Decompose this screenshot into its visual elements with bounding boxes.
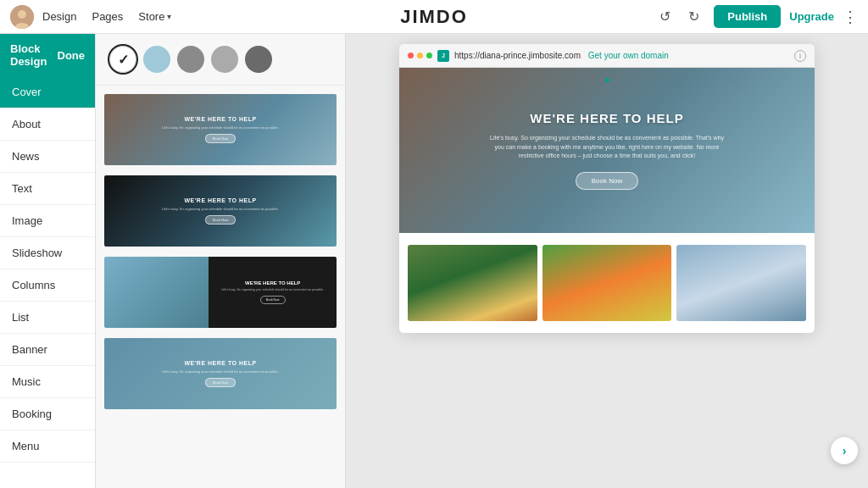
template2-button: Book Now <box>205 215 236 225</box>
template1-title: WE'RE HERE TO HELP <box>184 116 256 122</box>
template1-button: Book Now <box>205 134 236 143</box>
template-card-3[interactable]: WE'RE HERE TO HELP Life's busy. So organ… <box>103 255 338 330</box>
hero-content: WE'RE HERE TO HELP Life's busy. So organ… <box>488 111 726 190</box>
svg-point-1 <box>18 10 26 19</box>
undo-button[interactable]: ↺ <box>653 5 676 29</box>
photo-office <box>676 245 806 321</box>
hero-book-button[interactable]: Book Now <box>576 172 638 190</box>
main-area: Block Design Done Cover About News Text … <box>0 34 868 488</box>
sidebar-item-music[interactable]: Music <box>0 366 95 398</box>
avatar[interactable] <box>10 5 34 29</box>
hero-subtitle: Life's busy. So organizing your schedule… <box>488 134 726 161</box>
template-card-1[interactable]: WE'RE HERE TO HELP Life's busy. So organ… <box>103 92 338 167</box>
sidebar-item-banner[interactable]: Banner <box>0 334 95 366</box>
pages-nav-link[interactable]: Pages <box>92 10 123 23</box>
photo-garden <box>408 245 537 321</box>
template3-title: WE'RE HERE TO HELP <box>245 280 300 286</box>
preview-hero: WE'RE HERE TO HELP Life's busy. So organ… <box>399 68 815 233</box>
sidebar-item-columns[interactable]: Columns <box>0 269 95 302</box>
sidebar-item-cover[interactable]: Cover <box>0 76 95 108</box>
checkmark-icon: ✓ <box>118 52 129 68</box>
sidebar-item-news[interactable]: News <box>0 141 95 173</box>
chevron-down-icon: ▾ <box>167 12 171 21</box>
swatch-white[interactable]: ✓ <box>109 46 136 73</box>
sidebar-item-slideshow[interactable]: Slideshow <box>0 237 95 269</box>
nav-links: Design Pages Store ▾ <box>42 10 171 23</box>
right-preview: J https://diana-prince.jimbosite.com Get… <box>346 34 868 488</box>
block-design-header: Block Design Done <box>0 34 95 76</box>
upgrade-button[interactable]: Upgrade <box>789 10 834 23</box>
sidebar-item-text[interactable]: Text <box>0 173 95 205</box>
redo-button[interactable]: ↻ <box>682 5 705 29</box>
sidebar-item-list[interactable]: List <box>0 302 95 334</box>
sidebar-item-about[interactable]: About <box>0 108 95 141</box>
swatch-dark-gray[interactable] <box>245 46 272 73</box>
publish-button[interactable]: Publish <box>714 5 781 28</box>
browser-dot-green <box>426 53 432 58</box>
store-nav-link[interactable]: Store ▾ <box>138 10 171 23</box>
more-options-icon[interactable]: ⋮ <box>843 8 858 26</box>
app-logo: JIMDO <box>400 6 468 28</box>
template-card-2[interactable]: WE'RE HERE TO HELP Life's busy. So organ… <box>103 174 338 248</box>
template4-text: Life's busy. So organizing your schedule… <box>127 369 313 374</box>
sidebar-item-booking[interactable]: Booking <box>0 398 95 430</box>
browser-favicon: J <box>437 50 449 62</box>
sidebar-item-menu[interactable]: Menu <box>0 430 95 463</box>
browser-dot-red <box>408 53 414 58</box>
template2-title: WE'RE HERE TO HELP <box>184 197 256 203</box>
browser-url: https://diana-prince.jimbosite.com Get y… <box>454 51 789 60</box>
get-domain-link[interactable]: Get your own domain <box>588 51 669 60</box>
browser-window: J https://diana-prince.jimbosite.com Get… <box>399 44 815 333</box>
favicon-letter: J <box>442 53 445 58</box>
hero-title: WE'RE HERE TO HELP <box>488 111 726 125</box>
browser-dots <box>408 53 432 58</box>
undo-redo-group: ↺ ↻ <box>653 5 705 29</box>
template-card-4[interactable]: WE'RE HERE TO HELP Life's busy. So organ… <box>103 336 338 411</box>
nav-dot <box>605 78 609 82</box>
color-swatches: ✓ <box>96 34 345 86</box>
top-navigation: Design Pages Store ▾ JIMDO ↺ ↻ Publish U… <box>0 0 868 34</box>
browser-domain: https://diana-prince.jimbosite.com <box>454 51 581 60</box>
middle-panel: ✓ WE'RE HERE TO HELP Life's busy. So org… <box>96 34 346 488</box>
swatch-gray[interactable] <box>211 46 238 73</box>
preview-next-arrow[interactable]: › <box>831 437 858 464</box>
sidebar-item-image[interactable]: Image <box>0 205 95 237</box>
photo-tropical <box>542 245 672 321</box>
done-button[interactable]: Done <box>58 49 86 62</box>
design-nav-link[interactable]: Design <box>42 10 76 23</box>
left-sidebar: Block Design Done Cover About News Text … <box>0 34 96 488</box>
block-design-title: Block Design <box>10 42 58 68</box>
browser-dot-yellow <box>417 53 423 58</box>
nav-items-list: Cover About News Text Image Slideshow Co… <box>0 76 95 488</box>
nav-right-actions: ↺ ↻ Publish Upgrade ⋮ <box>653 5 858 29</box>
template1-text: Life's busy. So organizing your schedule… <box>127 125 313 130</box>
template2-text: Life's busy. So organizing your schedule… <box>127 207 313 211</box>
swatch-light-blue[interactable] <box>143 46 170 73</box>
template3-text: Life's busy. So organizing your schedule… <box>221 288 324 292</box>
swatch-medium-gray[interactable] <box>177 46 204 73</box>
preview-photos <box>399 233 815 333</box>
template4-title: WE'RE HERE TO HELP <box>184 360 256 366</box>
browser-info-icon: i <box>794 50 806 62</box>
template4-button: Book Now <box>205 378 236 387</box>
template3-button: Book Now <box>260 296 286 304</box>
template-list: WE'RE HERE TO HELP Life's busy. So organ… <box>96 86 345 488</box>
preview-hero-nav <box>399 68 815 92</box>
browser-bar: J https://diana-prince.jimbosite.com Get… <box>399 44 815 68</box>
